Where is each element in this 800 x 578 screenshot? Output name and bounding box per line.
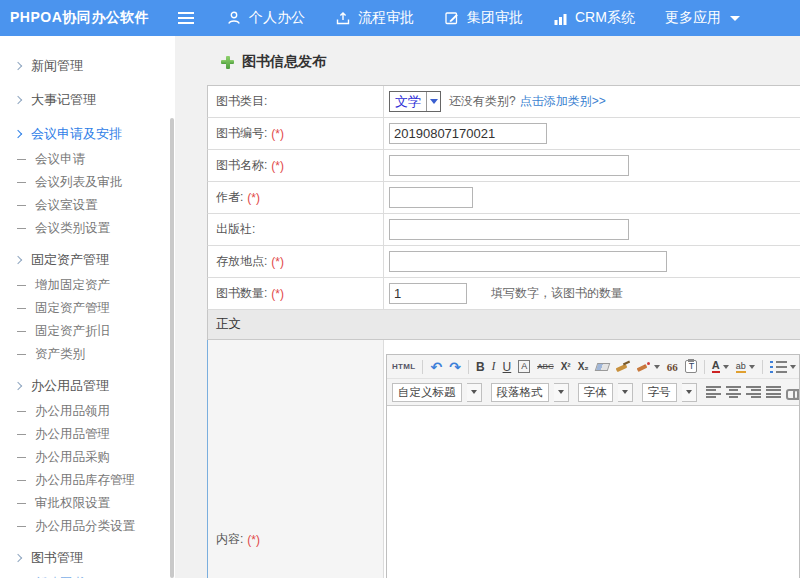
sidebar-item-asset-mgmt[interactable]: 固定资产管理 xyxy=(0,245,175,274)
eraser-button[interactable] xyxy=(596,363,609,371)
sidebar-item-meeting-room[interactable]: 会议室设置 xyxy=(0,194,175,217)
nav-item-workflow-approval[interactable]: 流程审批 xyxy=(335,9,414,27)
dash-icon xyxy=(17,285,26,286)
sidebar-item-asset-add[interactable]: 增加固定资产 xyxy=(0,274,175,297)
section-title: 正文 xyxy=(216,316,241,333)
sidebar-item-supplies-mgmt[interactable]: 办公用品管理 xyxy=(0,371,175,400)
font-color-button[interactable]: A xyxy=(712,360,729,373)
html-source-button[interactable]: HTML xyxy=(392,362,415,371)
italic-button[interactable]: I xyxy=(492,359,496,374)
align-right-button[interactable] xyxy=(746,386,761,398)
toolbar-separator xyxy=(468,360,469,374)
form-row-book-name: 图书名称:(*) xyxy=(207,150,800,182)
paste-button[interactable] xyxy=(685,360,697,373)
editor-content-area[interactable] xyxy=(387,405,799,578)
add-category-link[interactable]: 点击添加类别>> xyxy=(520,93,606,110)
subscript-button[interactable]: X₂ xyxy=(578,361,589,372)
field-label: 图书编号: xyxy=(216,125,267,142)
nav-item-crm[interactable]: CRM系统 xyxy=(553,9,635,27)
book-number-input[interactable] xyxy=(389,123,547,144)
sidebar-scrollbar[interactable] xyxy=(170,118,174,578)
sidebar-item-approval-permission[interactable]: 审批权限设置 xyxy=(0,492,175,515)
justify-button[interactable] xyxy=(766,386,781,398)
sidebar-item-label: 办公用品管理 xyxy=(31,377,109,395)
sidebar-item-label: 资产类别 xyxy=(35,346,85,363)
insert-link-button[interactable] xyxy=(786,387,800,398)
boxed-text-button[interactable]: A xyxy=(518,360,530,373)
nav-item-group-approval[interactable]: 集团审批 xyxy=(444,9,523,27)
chevron-right-icon xyxy=(14,95,22,103)
clean-format-button[interactable] xyxy=(616,361,630,372)
superscript-button[interactable]: X² xyxy=(561,361,571,372)
caret-down-icon[interactable] xyxy=(682,383,697,402)
dash-icon xyxy=(17,159,26,160)
publisher-input[interactable] xyxy=(389,219,629,240)
sidebar-item-label: 会议类别设置 xyxy=(35,220,110,237)
dash-icon xyxy=(17,526,26,527)
font-family-select[interactable]: 字体 xyxy=(578,383,613,402)
strikethrough-button[interactable]: ABC xyxy=(537,362,553,371)
required-mark: (*) xyxy=(271,287,284,301)
sidebar-item-asset-category[interactable]: 资产类别 xyxy=(0,343,175,366)
bold-button[interactable]: B xyxy=(476,360,485,374)
undo-button[interactable]: ↶ xyxy=(430,359,442,375)
caret-down-icon[interactable] xyxy=(554,383,569,402)
dash-icon xyxy=(17,480,26,481)
category-select[interactable]: 文学 xyxy=(389,91,441,112)
sidebar-item-meeting-mgmt[interactable]: 会议申请及安排 xyxy=(0,119,175,148)
sidebar-item-label: 固定资产管理 xyxy=(31,251,109,269)
top-nav: 个人办公 流程审批 集团审批 CRM系统 更多应用 xyxy=(226,9,770,27)
underline-button[interactable]: U xyxy=(503,360,512,374)
sidebar-item-asset-manage[interactable]: 固定资产管理 xyxy=(0,297,175,320)
sidebar-item-news-mgmt[interactable]: 新闻管理 xyxy=(0,51,175,80)
custom-heading-select[interactable]: 自定义标题 xyxy=(392,383,462,402)
sidebar-item-supplies-purchase[interactable]: 办公用品采购 xyxy=(0,446,175,469)
sidebar-item-supplies-claim[interactable]: 办公用品领用 xyxy=(0,400,175,423)
blockquote-button[interactable]: 66 xyxy=(667,361,678,373)
book-form: 图书类目: 文学 还没有类别? 点击添加类别>> 图书编号:(*) 图书名称:(… xyxy=(207,85,800,578)
sidebar-item-supplies-category[interactable]: 办公用品分类设置 xyxy=(0,515,175,538)
ordered-list-button[interactable] xyxy=(770,361,796,373)
redo-button[interactable]: ↷ xyxy=(449,359,461,375)
format-painter-button[interactable] xyxy=(637,361,660,372)
highlight-color-button[interactable]: ab xyxy=(736,361,755,373)
font-color-icon: A xyxy=(712,360,720,373)
paragraph-format-select[interactable]: 段落格式 xyxy=(491,383,549,402)
sidebar-item-asset-depreciation[interactable]: 固定资产折旧 xyxy=(0,320,175,343)
location-input[interactable] xyxy=(389,251,667,272)
author-input[interactable] xyxy=(389,187,473,208)
nav-item-personal-office[interactable]: 个人办公 xyxy=(226,9,305,27)
sidebar-item-supplies-manage[interactable]: 办公用品管理 xyxy=(0,423,175,446)
sidebar-item-label: 固定资产折旧 xyxy=(35,323,110,340)
plus-icon xyxy=(221,56,234,69)
form-row-location: 存放地点:(*) xyxy=(207,246,800,278)
editor-toolbar-row2: 自定义标题 段落格式 字体 字号 xyxy=(387,378,799,405)
required-mark: (*) xyxy=(247,533,260,547)
dash-icon xyxy=(17,331,26,332)
form-row-publisher: 出版社: xyxy=(207,214,800,246)
align-left-button[interactable] xyxy=(706,386,721,398)
sidebar-item-book-new[interactable]: 新建图书 xyxy=(0,572,175,578)
align-left-icon xyxy=(706,386,721,398)
editor-toolbar-row1: HTML ↶ ↷ B I U A ABC X² X₂ xyxy=(387,355,799,378)
font-size-select[interactable]: 字号 xyxy=(642,383,677,402)
sidebar-item-events-mgmt[interactable]: 大事记管理 xyxy=(0,85,175,114)
sidebar-item-book-mgmt[interactable]: 图书管理 xyxy=(0,543,175,572)
sidebar-item-supplies-inventory[interactable]: 办公用品库存管理 xyxy=(0,469,175,492)
sidebar-item-meeting-category[interactable]: 会议类别设置 xyxy=(0,217,175,240)
caret-down-icon xyxy=(426,92,440,111)
caret-down-icon[interactable] xyxy=(467,383,482,402)
dash-icon xyxy=(17,434,26,435)
user-icon xyxy=(226,10,242,26)
book-name-input[interactable] xyxy=(389,155,629,176)
body-section-header: 正文 xyxy=(207,310,800,340)
form-row-content: 内容: (*) HTML ↶ ↷ B I U A ABC xyxy=(207,340,800,578)
sidebar-item-meeting-apply[interactable]: 会议申请 xyxy=(0,148,175,171)
quantity-input[interactable] xyxy=(389,283,467,304)
caret-down-icon[interactable] xyxy=(618,383,633,402)
sidebar-item-meeting-list[interactable]: 会议列表及审批 xyxy=(0,171,175,194)
hamburger-menu-icon[interactable] xyxy=(178,12,194,24)
align-center-button[interactable] xyxy=(726,386,741,398)
required-mark: (*) xyxy=(271,127,284,141)
nav-item-more-apps[interactable]: 更多应用 xyxy=(665,9,740,27)
